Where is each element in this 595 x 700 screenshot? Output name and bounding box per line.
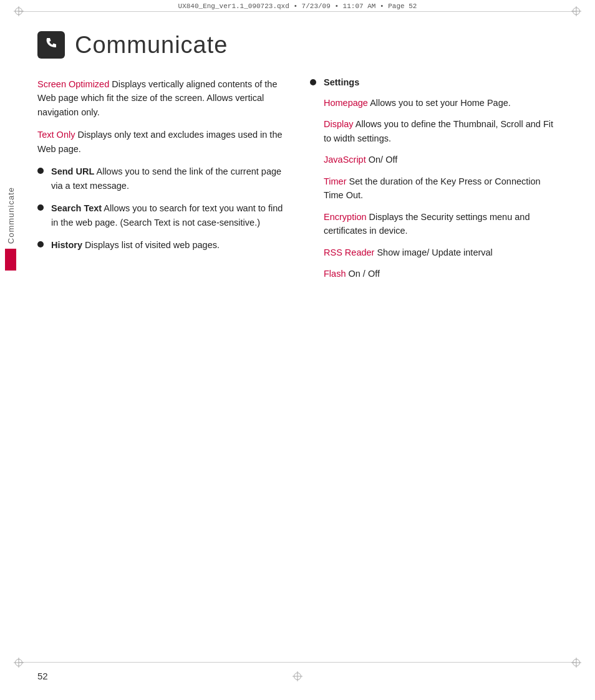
bullet-dot (37, 241, 44, 247)
page-number: 52 (37, 671, 48, 681)
settings-title: Settings (324, 77, 359, 87)
history-term: History (51, 240, 82, 250)
search-text-text: Search Text Allows you to search for tex… (51, 201, 285, 229)
text-only-para: Text Only Displays only text and exclude… (37, 128, 285, 156)
javascript-para: JavaScript On/ Off (324, 153, 558, 166)
settings-bullet (310, 79, 316, 85)
file-header: UX840_Eng_ver1.1_090723.qxd • 7/23/09 • … (0, 2, 595, 10)
rss-reader-term: RSS Reader (324, 247, 374, 257)
timer-term: Timer (324, 176, 347, 186)
javascript-desc: On/ Off (366, 155, 398, 165)
rss-reader-desc: Show image/ Update interval (374, 247, 492, 257)
bullet-search-text: Search Text Allows you to search for tex… (37, 201, 285, 229)
homepage-term: Homepage (324, 98, 368, 108)
timer-para: Timer Set the duration of the Key Press … (324, 175, 558, 203)
crosshair-bottom-center (293, 671, 302, 681)
bullet-send-url: Send URL Allows you to send the link of … (37, 165, 285, 193)
crosshair-bottom-right (571, 658, 581, 668)
encryption-term: Encryption (324, 212, 367, 222)
flash-term: Flash (324, 269, 346, 279)
columns: Screen Optimized Displays vertically ali… (37, 77, 558, 289)
sidebar-bar (5, 249, 16, 271)
crosshair-bottom-left (14, 658, 24, 668)
history-desc: Displays list of visited web pages. (82, 240, 220, 250)
timer-desc: Set the duration of the Key Press or Con… (324, 176, 541, 200)
flash-para: Flash On / Off (324, 267, 558, 280)
display-para: Display Allows you to define the Thumbna… (324, 117, 558, 145)
settings-items: Homepage Allows you to set your Home Pag… (310, 96, 558, 281)
screen-optimized-para: Screen Optimized Displays vertically ali… (37, 77, 285, 119)
rss-reader-para: RSS Reader Show image/ Update interval (324, 246, 558, 259)
send-url-term: Send URL (51, 166, 94, 176)
encryption-para: Encryption Displays the Security setting… (324, 210, 558, 238)
display-desc: Allows you to define the Thumbnail, Scro… (324, 119, 553, 143)
title-area: Communicate (37, 31, 558, 59)
page-title: Communicate (75, 32, 228, 59)
sidebar-label: Communicate (6, 187, 16, 244)
send-url-text: Send URL Allows you to send the link of … (51, 165, 285, 193)
right-column: Settings Homepage Allows you to set your… (310, 77, 558, 289)
flash-desc: On / Off (346, 269, 380, 279)
phone-icon (37, 31, 65, 59)
left-column: Screen Optimized Displays vertically ali… (37, 77, 285, 289)
history-text: History Displays list of visited web pag… (51, 238, 285, 252)
bullet-dot (37, 204, 44, 211)
javascript-term: JavaScript (324, 155, 366, 165)
crosshair-top-left (14, 6, 24, 16)
search-text-term: Search Text (51, 203, 102, 213)
screen-optimized-term: Screen Optimized (37, 79, 109, 89)
bullet-history: History Displays list of visited web pag… (37, 238, 285, 252)
homepage-desc: Allows you to set your Home Page. (368, 98, 511, 108)
homepage-para: Homepage Allows you to set your Home Pag… (324, 96, 558, 110)
main-content: Communicate Screen Optimized Displays ve… (37, 31, 558, 650)
text-only-term: Text Only (37, 130, 75, 140)
bullet-dot (37, 168, 44, 174)
crosshair-top-right (571, 6, 581, 16)
bottom-ruler (19, 662, 576, 663)
display-term: Display (324, 119, 354, 129)
top-ruler (19, 11, 576, 12)
settings-header: Settings (310, 77, 558, 87)
filename-text: UX840_Eng_ver1.1_090723.qxd • 7/23/09 • … (178, 2, 417, 10)
sidebar: Communicate (5, 187, 16, 271)
